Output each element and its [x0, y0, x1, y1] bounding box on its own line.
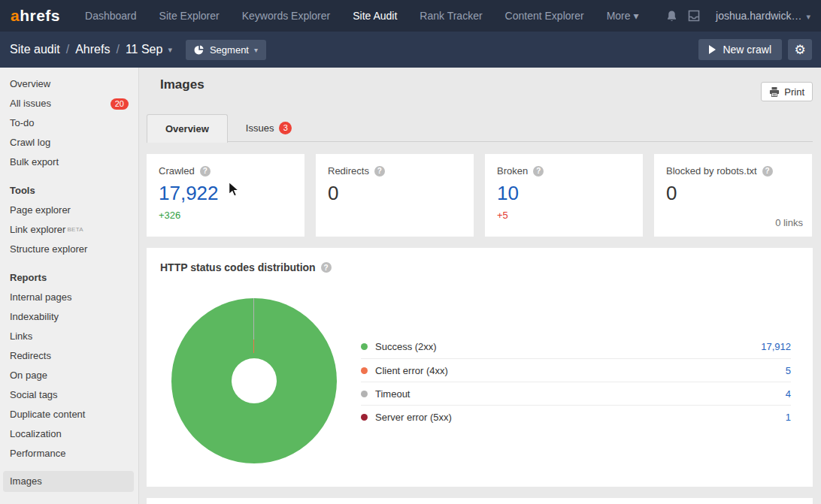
sidebar-item-duplicate-content[interactable]: Duplicate content [0, 405, 138, 424]
breadcrumb-project[interactable]: Ahrefs [75, 43, 110, 56]
help-icon[interactable]: ? [200, 166, 211, 177]
ahrefs-logo[interactable]: ahrefs [11, 7, 60, 25]
toolbar-right: New crawl ⚙ [698, 39, 812, 60]
breadcrumb: Site audit / Ahrefs / 11 Sep ▾ [10, 43, 172, 56]
new-crawl-button[interactable]: New crawl [698, 39, 782, 60]
legend-row-timeout[interactable]: Timeout 4 [361, 382, 791, 405]
legend-dot-timeout [361, 391, 368, 397]
sidebar-item-on-page[interactable]: On page [0, 366, 138, 385]
sidebar-item-internal-pages[interactable]: Internal pages [0, 288, 138, 307]
legend-row-client-error[interactable]: Client error (4xx) 5 [361, 358, 791, 382]
legend-value-client-error[interactable]: 5 [786, 365, 791, 376]
help-icon[interactable]: ? [374, 166, 385, 177]
next-card-partial [147, 498, 813, 504]
sidebar-item-performance[interactable]: Performance [0, 444, 138, 463]
inbox-tray-icon[interactable] [683, 5, 705, 27]
play-icon [709, 45, 716, 54]
issues-tab-badge: 3 [279, 122, 292, 134]
settings-gear-button[interactable]: ⚙ [788, 39, 812, 60]
segment-button[interactable]: Segment ▾ [186, 40, 266, 60]
card-crawled-delta: +326 [159, 210, 292, 221]
sidebar-item-bulk-export[interactable]: Bulk export [0, 152, 138, 172]
card-crawled: Crawled? 17,922 +326 [147, 154, 304, 237]
top-navigation: ahrefs Dashboard Site Explorer Keywords … [0, 0, 821, 32]
card-redirects-value: 0 [328, 182, 462, 205]
legend-row-server-error[interactable]: Server error (5xx) 1 [361, 405, 791, 428]
sidebar-item-redirects[interactable]: Redirects [0, 346, 138, 366]
legend-row-success[interactable]: Success (2xx) 17,912 [361, 335, 791, 358]
card-redirects-label: Redirects [328, 165, 369, 177]
print-button[interactable]: Print [761, 82, 813, 101]
legend-dot-client-error [361, 367, 368, 374]
sidebar-header-tools: Tools [0, 181, 138, 201]
legend-value-timeout[interactable]: 4 [786, 388, 791, 400]
sidebar-item-indexability[interactable]: Indexability [0, 307, 138, 327]
new-crawl-label: New crawl [723, 44, 771, 56]
sidebar-item-overview[interactable]: Overview [0, 74, 138, 94]
help-icon[interactable]: ? [533, 166, 544, 177]
sidebar-item-links[interactable]: Links [0, 327, 138, 346]
sidebar-item-page-explorer[interactable]: Page explorer [0, 201, 138, 220]
print-label: Print [784, 86, 804, 98]
segment-label: Segment [210, 44, 249, 56]
sidebar-header-reports: Reports [0, 268, 138, 288]
status-legend: Success (2xx) 17,912 Client error (4xx) … [361, 335, 791, 428]
tab-issues[interactable]: Issues 3 [228, 114, 311, 141]
sidebar-item-images[interactable]: Images [3, 471, 134, 492]
stat-cards-row: Crawled? 17,922 +326 Redirects? 0 Broken… [147, 154, 813, 237]
status-donut-chart[interactable] [171, 298, 337, 463]
topnav-content-explorer[interactable]: Content Explorer [494, 0, 595, 32]
topnav-rank-tracker[interactable]: Rank Tracker [408, 0, 493, 32]
sidebar-item-crawl-log[interactable]: Crawl log [0, 133, 138, 152]
user-name: joshua.hardwick… [716, 10, 801, 22]
topnav-dashboard[interactable]: Dashboard [74, 0, 148, 32]
legend-value-server-error[interactable]: 1 [786, 412, 791, 423]
project-toolbar: Site audit / Ahrefs / 11 Sep ▾ Segment ▾… [0, 32, 821, 68]
gear-icon: ⚙ [794, 42, 805, 58]
topnav-keywords-explorer[interactable]: Keywords Explorer [231, 0, 342, 32]
topnav-menu: Dashboard Site Explorer Keywords Explore… [74, 0, 650, 32]
topnav-site-explorer[interactable]: Site Explorer [148, 0, 231, 32]
sidebar-item-social-tags[interactable]: Social tags [0, 385, 138, 405]
card-crawled-label: Crawled [159, 165, 195, 177]
user-account-menu[interactable]: joshua.hardwick…▾ [716, 10, 810, 22]
chevron-down-icon: ▾ [806, 12, 810, 21]
tab-overview[interactable]: Overview [147, 114, 228, 143]
printer-icon [769, 87, 780, 97]
chevron-down-icon: ▾ [254, 46, 258, 54]
beta-tag: BETA [67, 220, 83, 240]
breadcrumb-crawl-date[interactable]: 11 Sep [126, 43, 163, 56]
card-broken-value[interactable]: 10 [497, 182, 631, 205]
donut-hole [232, 358, 277, 403]
card-blocked-value: 0 [666, 182, 800, 205]
help-icon[interactable]: ? [321, 262, 332, 273]
card-broken-delta: +5 [497, 210, 631, 221]
legend-dot-success [361, 343, 368, 350]
sidebar-item-link-explorer[interactable]: Link explorer BETA [0, 220, 138, 240]
http-status-card: HTTP status codes distribution ? Success… [147, 248, 813, 487]
card-blocked-links-footer: 0 links [775, 217, 803, 228]
http-status-title: HTTP status codes distribution [160, 261, 316, 273]
sidebar-item-structure-explorer[interactable]: Structure explorer [0, 240, 138, 259]
sidebar-item-to-do[interactable]: To-do [0, 113, 138, 133]
chevron-down-icon[interactable]: ▾ [168, 45, 172, 55]
notifications-bell-icon[interactable] [660, 5, 683, 27]
card-redirects: Redirects? 0 [316, 154, 474, 237]
card-blocked-label: Blocked by robots.txt [666, 165, 757, 177]
legend-value-success[interactable]: 17,912 [761, 341, 791, 352]
breadcrumb-separator: / [66, 43, 69, 56]
sidebar-item-localization[interactable]: Localization [0, 424, 138, 444]
card-crawled-value[interactable]: 17,922 [159, 182, 292, 205]
issues-count-badge: 20 [111, 98, 129, 110]
main-content: Images Print Overview Issues 3 Crawled? … [140, 68, 821, 504]
sidebar-item-all-issues[interactable]: All issues 20 [0, 94, 138, 113]
topnav-right: joshua.hardwick…▾ [660, 5, 810, 27]
topnav-site-audit[interactable]: Site Audit [341, 0, 408, 32]
page-header: Images Print [147, 68, 813, 107]
breadcrumb-site-audit[interactable]: Site audit [10, 43, 60, 56]
help-icon[interactable]: ? [762, 166, 773, 177]
page-title: Images [160, 77, 204, 92]
card-broken-label: Broken [497, 165, 528, 177]
topnav-more[interactable]: More ▾ [595, 0, 650, 32]
card-broken: Broken? 10 +5 [485, 154, 643, 237]
